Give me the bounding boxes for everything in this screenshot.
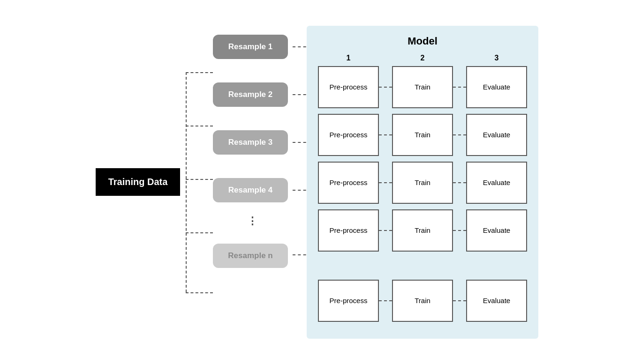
resample-row-3: Resample 3 xyxy=(213,121,293,163)
resample-row-n: Resample n xyxy=(213,235,293,277)
resample-box-3: Resample 3 xyxy=(213,130,288,155)
branch-connector xyxy=(180,51,213,313)
resample-box-2: Resample 2 xyxy=(213,82,288,107)
cell-preprocess-4: Pre-process xyxy=(318,209,379,252)
h-connectors xyxy=(293,26,307,276)
branch-line-4 xyxy=(186,232,213,233)
h-dash-4b xyxy=(453,230,466,231)
h-dash-3a xyxy=(379,182,392,183)
resample-label-n: Resample n xyxy=(228,251,272,260)
cell-train-3: Train xyxy=(392,162,453,204)
resample-box-4: Resample 4 xyxy=(213,178,288,202)
cell-train-4: Train xyxy=(392,209,453,252)
cell-train-2: Train xyxy=(392,114,453,156)
dots-text: ⋮ xyxy=(247,215,258,227)
model-row-1: Pre-process Train Evaluate xyxy=(318,66,527,108)
cell-preprocess-n: Pre-process xyxy=(318,280,379,322)
h-dash-1a xyxy=(379,87,392,88)
branch-line-1 xyxy=(186,72,213,73)
model-row-n: Pre-process Train Evaluate xyxy=(318,280,527,322)
resample-column: Resample 1 Resample 2 Resample 3 Resampl… xyxy=(213,26,293,277)
h-dash-na xyxy=(379,300,392,301)
col-header-2: 2 xyxy=(392,54,453,62)
cell-evaluate-4: Evaluate xyxy=(466,209,527,252)
training-data-label: Training Data xyxy=(108,177,168,187)
cell-train-n: Train xyxy=(392,280,453,322)
branch-line-2 xyxy=(186,126,213,126)
h-dash-4a xyxy=(379,230,392,231)
model-title: Model xyxy=(318,35,527,47)
model-dots-spacer xyxy=(318,257,527,280)
model-grid: Pre-process Train Evaluate Pre-process xyxy=(318,66,527,327)
col-header-3: 3 xyxy=(466,54,527,62)
resample-label-4: Resample 4 xyxy=(228,186,273,194)
h-dash-2b xyxy=(453,134,466,135)
resample-row-4: Resample 4 xyxy=(213,169,293,211)
cell-evaluate-1: Evaluate xyxy=(466,66,527,108)
h-dash-nb xyxy=(453,300,466,301)
dots-row: ⋮ xyxy=(213,215,293,227)
cell-preprocess-2: Pre-process xyxy=(318,114,379,156)
resample-row-2: Resample 2 xyxy=(213,74,293,116)
cell-evaluate-3: Evaluate xyxy=(466,162,527,204)
resample-box-n: Resample n xyxy=(213,244,288,268)
vertical-branch-line xyxy=(186,72,187,292)
cell-preprocess-3: Pre-process xyxy=(318,162,379,204)
cell-evaluate-n: Evaluate xyxy=(466,280,527,322)
col-header-1: 1 xyxy=(318,54,379,62)
h-dash-3b xyxy=(453,182,466,183)
branch-line-n xyxy=(186,292,213,293)
model-panel: Model 1 2 3 Pre-process Train xyxy=(307,26,538,339)
resample-label-2: Resample 2 xyxy=(228,90,273,99)
resample-box-1: Resample 1 xyxy=(213,35,288,59)
model-col-headers: 1 2 3 xyxy=(318,54,527,62)
resample-label-3: Resample 3 xyxy=(228,138,273,147)
resample-row-1: Resample 1 xyxy=(213,26,293,68)
model-row-3: Pre-process Train Evaluate xyxy=(318,162,527,204)
h-dash-1b xyxy=(453,87,466,88)
training-data-box: Training Data xyxy=(96,168,180,196)
model-row-2: Pre-process Train Evaluate xyxy=(318,114,527,156)
cell-evaluate-2: Evaluate xyxy=(466,114,527,156)
diagram: Training Data Resample 1 xyxy=(96,26,538,339)
resample-model-container: Resample 1 Resample 2 Resample 3 Resampl… xyxy=(213,26,538,339)
resample-label-1: Resample 1 xyxy=(228,42,273,51)
h-dash-2a xyxy=(379,134,392,135)
branch-line-3 xyxy=(186,179,213,180)
model-row-4: Pre-process Train Evaluate xyxy=(318,209,527,252)
cell-preprocess-1: Pre-process xyxy=(318,66,379,108)
cell-train-1: Train xyxy=(392,66,453,108)
